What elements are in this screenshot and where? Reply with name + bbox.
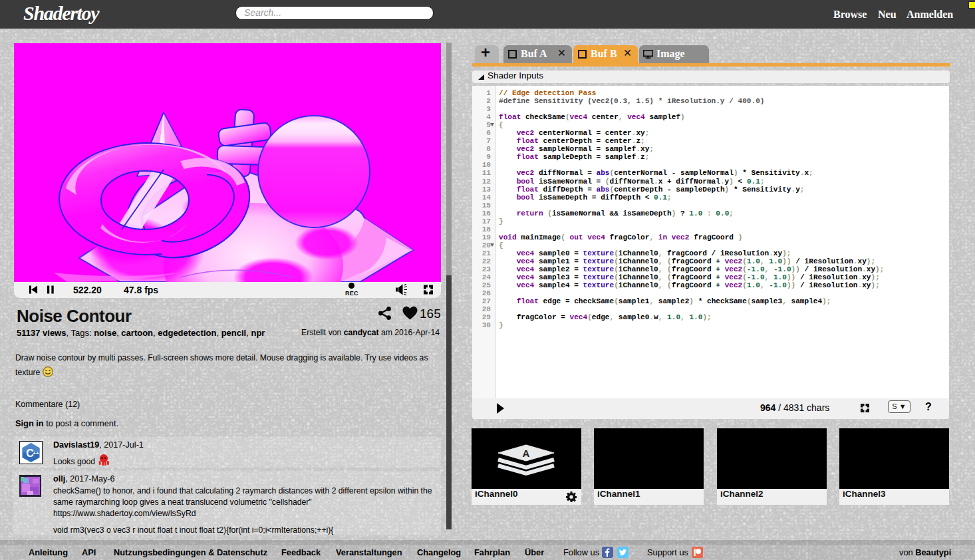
svg-text:++: ++	[33, 450, 39, 456]
svg-text:A: A	[523, 448, 530, 459]
